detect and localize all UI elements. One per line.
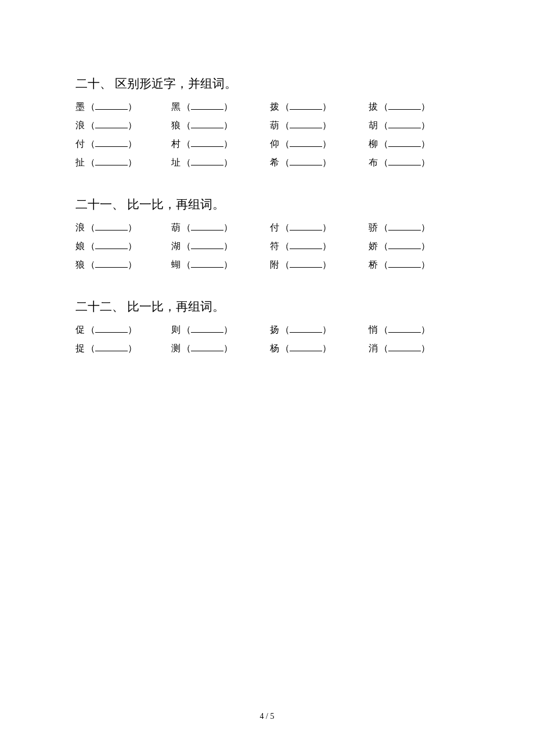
fill-blank[interactable] [388, 343, 421, 351]
fill-blank[interactable] [191, 222, 223, 231]
fill-blank[interactable] [388, 259, 421, 268]
blank-cell: 湖（） [171, 237, 270, 255]
blank-cell: 葫（） [270, 116, 369, 135]
blank-cell: 葫（） [171, 218, 270, 237]
table-row: 促（） 则（） 扬（） 悄（） [75, 321, 459, 339]
section-title-22: 二十二、 比一比，再组词。 [75, 298, 459, 315]
fill-blank[interactable] [388, 222, 421, 231]
blank-cell: 付（） [75, 135, 171, 153]
fill-blank[interactable] [95, 240, 128, 249]
section-20-rows: 墨（） 黑（） 拨（） 拔（） 浪（） 狼（） 葫（） 胡（） 付（） 村（） … [75, 98, 459, 172]
fill-blank[interactable] [191, 101, 223, 110]
fill-blank[interactable] [95, 343, 128, 351]
table-row: 娘（） 湖（） 符（） 娇（） [75, 237, 459, 255]
table-row: 捉（） 测（） 杨（） 消（） [75, 339, 459, 358]
blank-cell: 仰（） [270, 135, 369, 153]
blank-cell: 狼（） [171, 116, 270, 135]
page-content: 二十、 区别形近字，并组词。 墨（） 黑（） 拨（） 拔（） 浪（） 狼（） 葫… [0, 0, 534, 358]
blank-cell: 柳（） [369, 135, 430, 153]
section-21-rows: 浪（） 葫（） 付（） 骄（） 娘（） 湖（） 符（） 娇（） 狼（） 蝴（） … [75, 218, 459, 274]
blank-cell: 布（） [369, 153, 430, 172]
blank-cell: 促（） [75, 321, 171, 339]
section-title-20: 二十、 区别形近字，并组词。 [75, 75, 459, 92]
fill-blank[interactable] [388, 138, 421, 147]
fill-blank[interactable] [191, 120, 223, 128]
table-row: 浪（） 狼（） 葫（） 胡（） [75, 116, 459, 135]
table-row: 浪（） 葫（） 付（） 骄（） [75, 218, 459, 237]
fill-blank[interactable] [95, 120, 128, 128]
fill-blank[interactable] [290, 138, 322, 147]
blank-cell: 骄（） [369, 218, 430, 237]
fill-blank[interactable] [290, 324, 322, 333]
fill-blank[interactable] [191, 157, 223, 165]
blank-cell: 付（） [270, 218, 369, 237]
fill-blank[interactable] [290, 120, 322, 128]
fill-blank[interactable] [191, 138, 223, 147]
blank-cell: 桥（） [369, 255, 430, 274]
blank-cell: 捉（） [75, 339, 171, 358]
table-row: 付（） 村（） 仰（） 柳（） [75, 135, 459, 153]
table-row: 墨（） 黑（） 拨（） 拔（） [75, 98, 459, 116]
blank-cell: 附（） [270, 255, 369, 274]
fill-blank[interactable] [388, 240, 421, 249]
blank-cell: 拨（） [270, 98, 369, 116]
blank-cell: 胡（） [369, 116, 430, 135]
blank-cell: 浪（） [75, 218, 171, 237]
blank-cell: 墨（） [75, 98, 171, 116]
fill-blank[interactable] [290, 343, 322, 351]
fill-blank[interactable] [191, 240, 223, 249]
fill-blank[interactable] [95, 138, 128, 147]
fill-blank[interactable] [290, 240, 322, 249]
fill-blank[interactable] [388, 101, 421, 110]
fill-blank[interactable] [95, 157, 128, 165]
blank-cell: 黑（） [171, 98, 270, 116]
fill-blank[interactable] [388, 120, 421, 128]
fill-blank[interactable] [388, 324, 421, 333]
fill-blank[interactable] [290, 222, 322, 231]
blank-cell: 拔（） [369, 98, 430, 116]
fill-blank[interactable] [388, 157, 421, 165]
table-row: 狼（） 蝴（） 附（） 桥（） [75, 255, 459, 274]
fill-blank[interactable] [95, 259, 128, 268]
blank-cell: 址（） [171, 153, 270, 172]
blank-cell: 希（） [270, 153, 369, 172]
blank-cell: 消（） [369, 339, 430, 358]
blank-cell: 则（） [171, 321, 270, 339]
blank-cell: 浪（） [75, 116, 171, 135]
blank-cell: 测（） [171, 339, 270, 358]
blank-cell: 蝴（） [171, 255, 270, 274]
blank-cell: 娘（） [75, 237, 171, 255]
blank-cell: 村（） [171, 135, 270, 153]
fill-blank[interactable] [290, 259, 322, 268]
fill-blank[interactable] [95, 222, 128, 231]
blank-cell: 悄（） [369, 321, 430, 339]
fill-blank[interactable] [290, 157, 322, 165]
section-title-21: 二十一、 比一比，再组词。 [75, 196, 459, 213]
page-number: 4 / 5 [0, 712, 534, 721]
fill-blank[interactable] [95, 101, 128, 110]
blank-cell: 娇（） [369, 237, 430, 255]
fill-blank[interactable] [191, 324, 223, 333]
blank-cell: 扯（） [75, 153, 171, 172]
fill-blank[interactable] [191, 343, 223, 351]
blank-cell: 杨（） [270, 339, 369, 358]
table-row: 扯（） 址（） 希（） 布（） [75, 153, 459, 172]
fill-blank[interactable] [95, 324, 128, 333]
blank-cell: 狼（） [75, 255, 171, 274]
blank-cell: 扬（） [270, 321, 369, 339]
blank-cell: 符（） [270, 237, 369, 255]
fill-blank[interactable] [290, 101, 322, 110]
fill-blank[interactable] [191, 259, 223, 268]
section-22-rows: 促（） 则（） 扬（） 悄（） 捉（） 测（） 杨（） 消（） [75, 321, 459, 358]
